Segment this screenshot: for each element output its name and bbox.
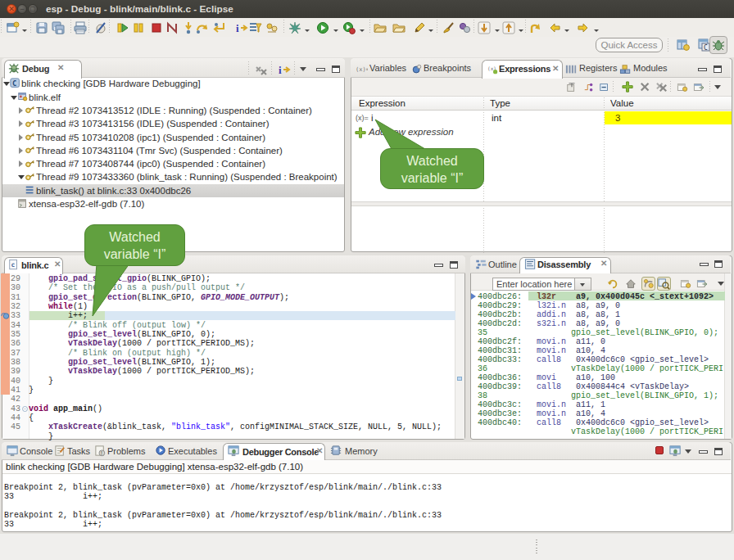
svg-text:i: i <box>236 22 239 34</box>
svg-text:c: c <box>11 261 16 269</box>
svg-text:i: i <box>279 64 282 76</box>
svg-text:C: C <box>704 44 708 52</box>
svg-text:(x)=: (x)= <box>356 66 368 73</box>
svg-text:C: C <box>12 79 16 88</box>
svg-text:!: ! <box>101 450 102 456</box>
